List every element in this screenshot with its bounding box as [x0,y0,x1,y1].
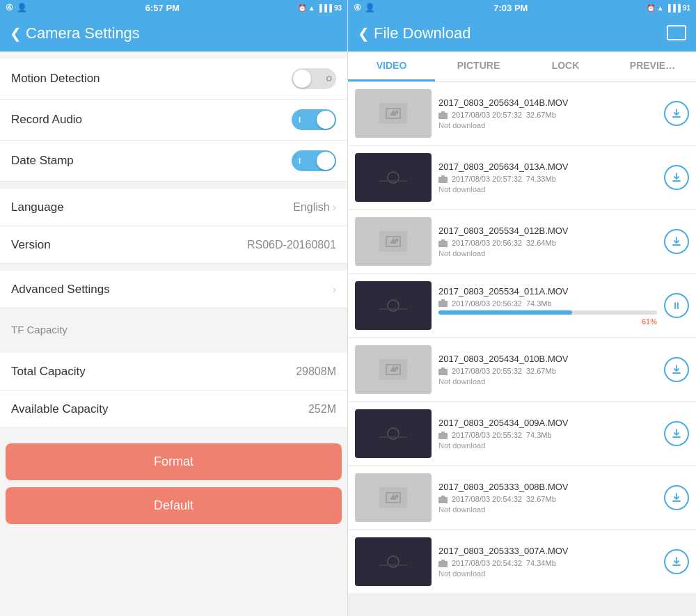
motion-detection-label: Motion Detection [11,72,100,86]
file-thumbnail [355,281,432,330]
right-back-button[interactable]: ❮ [358,25,370,42]
file-meta: 2017/08/03 20:54:32 74.34Mb [438,559,657,567]
tab-picture[interactable]: PICTURE [435,52,522,81]
file-meta: 2017/08/03 20:57:32 32.67Mb [438,111,657,119]
left-signal-icon: ▐▐▐ [317,4,332,12]
file-status: Not download [438,249,657,258]
file-status: Not download [438,505,657,514]
file-meta: 2017/08/03 20:57:32 74.33Mb [438,175,657,183]
file-info: 2017_0803_205534_011A.MOV 2017/08/03 20:… [438,286,657,326]
available-capacity-item: Available Capacity 252M [0,390,347,428]
file-meta: 2017/08/03 20:55:32 74.3Mb [438,431,657,439]
file-name: 2017_0803_205434_010B.MOV [438,354,657,364]
version-item: Version RS06D-20160801 [0,226,347,264]
corner-square-icon[interactable] [667,25,686,40]
date-stamp-item: Date Stamp I [0,141,347,182]
file-item-file4: 2017_0803_205534_011A.MOV 2017/08/03 20:… [348,274,696,337]
left-wifi-icon: ▲ [308,4,315,12]
file-meta: 2017/08/03 20:55:32 32.67Mb [438,367,657,375]
file-meta: 2017/08/03 20:56:32 74.3Mb [438,299,657,308]
motion-detection-knob [293,70,311,88]
file-date: 2017/08/03 20:55:32 [452,431,522,439]
download-button[interactable] [664,229,689,254]
file-name: 2017_0803_205534_011A.MOV [438,286,657,297]
record-audio-item: Record Audio I [0,100,347,141]
file-name: 2017_0803_205333_008B.MOV [438,482,657,492]
file-date: 2017/08/03 20:56:32 [452,239,522,247]
left-back-button[interactable]: ❮ [10,25,22,42]
svg-rect-4 [438,113,448,119]
svg-point-3 [395,111,399,114]
file-date: 2017/08/03 20:54:32 [452,559,522,567]
file-info: 2017_0803_205333_008B.MOV 2017/08/03 20:… [438,482,657,514]
default-button[interactable]: Default [6,487,342,524]
date-stamp-knob [317,152,335,170]
download-button[interactable] [664,165,689,190]
language-label: Language [11,200,64,214]
record-audio-toggle[interactable]: I [292,109,336,130]
spacer4 [0,428,347,435]
file-size: 32.67Mb [526,111,556,119]
svg-rect-5 [379,167,407,188]
download-button[interactable] [664,101,689,126]
tab-preview[interactable]: PREVIE… [609,52,696,81]
svg-point-30 [395,495,399,498]
svg-rect-22 [438,369,448,375]
svg-rect-31 [438,497,448,503]
file-meta: 2017/08/03 20:56:32 32.64Mb [438,239,657,247]
download-button[interactable] [664,421,689,446]
advanced-settings-label: Advanced Settings [11,283,110,297]
file-size: 74.3Mb [526,299,552,308]
file-status: Not download [438,121,657,129]
download-button[interactable] [664,485,689,510]
spacer1 [0,182,347,189]
file-size: 32.67Mb [526,495,556,503]
progress-bar-wrap [438,310,657,315]
file-list: 2017_0803_205634_014B.MOV 2017/08/03 20:… [348,82,696,616]
right-battery: 91 [683,4,690,12]
right-alarm-icon: ⏰ [647,4,655,12]
file-item-file3: 2017_0803_205534_012B.MOV 2017/08/03 20:… [348,210,696,273]
svg-rect-17 [438,301,448,307]
right-wifi-icon: ▲ [657,4,664,12]
file-info: 2017_0803_205333_007A.MOV 2017/08/03 20:… [438,546,657,578]
action-buttons: Format Default [0,435,347,532]
file-date: 2017/08/03 20:54:32 [452,495,522,503]
file-download-header: ❮ File Download [348,15,696,52]
file-status: Not download [438,441,657,450]
right-status-bar: ④ 👤 7:03 PM ⏰ ▲ ▐▐▐ 91 [348,0,696,15]
file-size: 32.67Mb [526,367,556,375]
record-audio-knob [317,111,335,129]
motion-detection-item: Motion Detection O [0,58,347,100]
tab-video[interactable]: VIDEO [348,52,435,81]
svg-point-12 [395,239,399,242]
advanced-settings-item[interactable]: Advanced Settings › [0,271,347,308]
file-date: 2017/08/03 20:57:32 [452,111,522,119]
svg-rect-26 [438,433,448,439]
svg-rect-35 [438,561,448,567]
tab-lock[interactable]: LOCK [522,52,609,81]
svg-rect-23 [379,423,407,444]
pause-button[interactable]: ⏸ [664,293,689,318]
language-item[interactable]: Language English › [0,189,347,226]
available-capacity-label: Available Capacity [11,402,109,416]
format-button[interactable]: Format [6,443,342,480]
left-user-icon: 👤 [17,3,27,13]
advanced-settings-chevron: › [333,283,336,296]
file-name: 2017_0803_205634_013A.MOV [438,161,657,172]
download-button[interactable] [664,357,689,382]
right-time: 7:03 PM [493,3,528,13]
tf-capacity-header: TF Capacity [0,315,347,353]
total-capacity-label: Total Capacity [11,365,86,379]
download-button[interactable] [664,549,689,574]
motion-detection-toggle[interactable]: O [292,68,336,89]
spacer3 [0,308,347,315]
file-thumbnail [355,153,432,202]
file-download-panel: ④ 👤 7:03 PM ⏰ ▲ ▐▐▐ 91 ❮ File Download V… [348,0,696,616]
available-capacity-value: 252M [308,403,336,416]
file-status: Not download [438,569,657,578]
date-stamp-toggle[interactable]: I [292,150,336,171]
tf-capacity-label: TF Capacity [11,324,68,335]
file-tab-bar: VIDEO PICTURE LOCK PREVIE… [348,52,696,82]
file-info: 2017_0803_205434_010B.MOV 2017/08/03 20:… [438,354,657,386]
